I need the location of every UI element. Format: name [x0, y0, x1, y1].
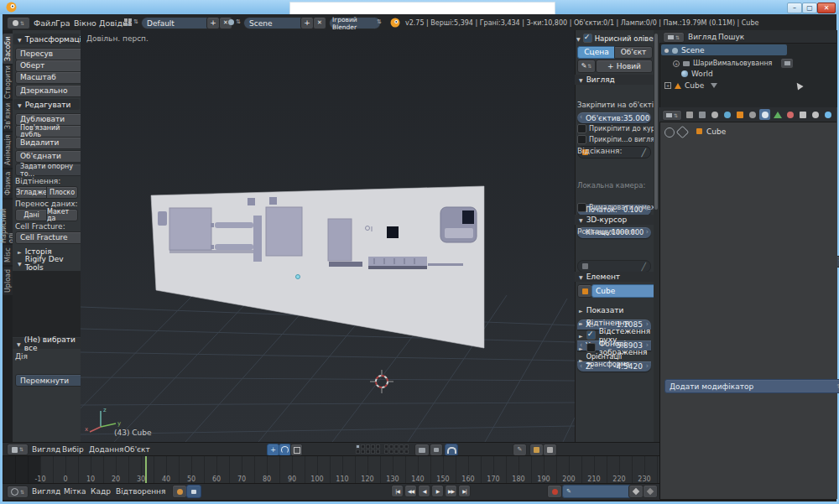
manipulator-translate-button[interactable]: + — [267, 444, 279, 456]
scene-browse-icon[interactable] — [228, 19, 234, 25]
render-opengl-button[interactable] — [529, 444, 544, 456]
lock-cursor-checkbox[interactable] — [577, 124, 586, 133]
layer-toggle[interactable] — [399, 449, 404, 454]
tab-physics-icon[interactable] — [822, 109, 833, 120]
tab-particles-icon[interactable] — [810, 109, 821, 120]
jump-end-button[interactable]: ▶| — [458, 485, 471, 497]
tab-scene-icon[interactable] — [709, 109, 720, 120]
eyedropper-icon[interactable]: ╱ — [642, 148, 646, 157]
frame-lock-button[interactable] — [186, 485, 201, 498]
tool-tab-upload[interactable]: Upload — [3, 267, 13, 295]
render-border-checkbox[interactable] — [577, 203, 586, 212]
translate-button[interactable]: Пересув — [15, 48, 86, 60]
layer-toggle[interactable] — [371, 444, 375, 449]
tool-tab-tools[interactable]: Засоби — [3, 34, 13, 64]
tab-data-icon[interactable] — [772, 109, 783, 120]
window-titlebar[interactable]: – ▢ ✕ — [0, 0, 839, 14]
add-scene-button[interactable]: + — [300, 17, 314, 29]
gp-tab-object[interactable]: Об'єкт — [614, 46, 653, 59]
scale-button[interactable]: Масштаб — [15, 71, 86, 84]
tool-tab-grease-pencil[interactable]: Нарисний олі — [3, 200, 13, 243]
tab-modifiers-icon[interactable] — [759, 109, 770, 120]
layer-toggle[interactable] — [376, 444, 380, 449]
tl-menu-frame[interactable]: Кадр — [91, 487, 111, 496]
tool-tab-physics[interactable]: Фізика — [3, 169, 13, 198]
n-panel-scrollbar[interactable] — [654, 34, 658, 210]
tab-material-icon[interactable] — [784, 109, 795, 120]
editor-type-button-properties[interactable]: ⇅ — [662, 110, 682, 121]
gp-tab-scene[interactable]: Сцена — [577, 46, 616, 59]
manipulator-scale-button[interactable] — [290, 444, 303, 456]
shade-smooth-button[interactable]: Згладже — [15, 186, 48, 199]
breadcrumb-target-icon[interactable] — [664, 127, 675, 138]
layer-toggle[interactable] — [399, 444, 404, 449]
tool-tab-animation[interactable]: Анімація — [3, 132, 13, 168]
panel-header-item[interactable]: Елемент — [575, 272, 654, 282]
viewport-3d[interactable] — [81, 30, 575, 442]
vp-menu-add[interactable]: Додання — [89, 445, 123, 454]
local-camera-field[interactable]: ╱ — [577, 260, 651, 273]
tab-render-icon[interactable] — [684, 109, 695, 120]
panel-header-view[interactable]: Вигляд — [575, 75, 654, 85]
panel-header-transform-orientations[interactable]: Орієнтації трансформа — [575, 355, 659, 366]
layer-toggle[interactable] — [356, 449, 360, 454]
layer-toggle[interactable] — [384, 444, 388, 449]
delete-button[interactable]: Видалити — [15, 137, 86, 149]
panel-header-3d-cursor[interactable]: 3D-курсор — [575, 215, 654, 225]
snap-toggle-button[interactable] — [445, 444, 458, 456]
timeline-ruler[interactable]: -100102030405060708090100110120130140150… — [3, 455, 659, 484]
duplicate-linked-button[interactable]: Пов'язаний дубль — [15, 125, 86, 138]
render-engine-select[interactable]: Ігровий Blender — [329, 17, 381, 29]
editor-type-button-timeline[interactable]: ⇅ — [7, 486, 29, 498]
insert-keyframe-button[interactable] — [628, 485, 644, 498]
vp-menu-select[interactable]: Вибір — [62, 445, 84, 454]
editor-type-button-outliner[interactable]: ⇅ — [663, 32, 685, 43]
lock-view-checkbox[interactable] — [577, 135, 586, 144]
layers-grid-1[interactable] — [356, 444, 380, 454]
rotate-button[interactable]: Оберт — [15, 60, 86, 72]
outliner-menu-search[interactable]: Пошук — [718, 33, 744, 41]
render-opengl-anim-button[interactable] — [543, 444, 557, 456]
layout-browse-arrows-icon[interactable]: ⇅ — [133, 18, 138, 25]
tab-constraints-icon[interactable] — [747, 109, 758, 120]
play-reverse-button[interactable]: ◀ — [418, 485, 430, 497]
lock-to-view-row[interactable]: Прикріпи...о вигляду — [577, 135, 663, 144]
snap-target-button[interactable]: ✎ — [513, 444, 527, 456]
tool-tab-misc[interactable]: Misc — [3, 245, 13, 265]
menu-game[interactable]: Гра — [55, 18, 70, 28]
layer-toggle[interactable] — [361, 449, 365, 454]
cell-fracture-button[interactable]: Cell Fracture — [15, 231, 86, 244]
close-button[interactable]: ✕ — [817, 3, 836, 13]
layer-toggle[interactable] — [389, 449, 393, 454]
editor-type-button-3dview[interactable]: ⇅ — [7, 444, 29, 455]
layers-grid-2[interactable] — [384, 444, 409, 454]
auto-keyframe-button[interactable] — [547, 485, 562, 498]
item-object-icon-button[interactable] — [577, 284, 592, 298]
item-name-field[interactable]: Cube — [591, 284, 659, 298]
lens-slider[interactable]: Об'єктив: 35.000 — [577, 112, 651, 123]
delete-scene-button[interactable]: ✕ — [313, 17, 326, 29]
gp-new-layer-button[interactable]: +Новий — [596, 60, 653, 73]
layer-toggle[interactable] — [394, 449, 399, 454]
menu-window[interactable]: Вікно — [74, 18, 96, 28]
mirror-button[interactable]: Дзеркально — [15, 85, 86, 97]
tool-tab-create[interactable]: Створити — [3, 65, 13, 99]
delete-keyframe-button[interactable] — [643, 485, 658, 498]
image-icon[interactable] — [784, 61, 790, 65]
outliner-menu-view[interactable]: Вигляд — [688, 33, 717, 41]
layer-toggle[interactable] — [389, 444, 393, 449]
maximize-button[interactable]: ▢ — [802, 3, 817, 13]
gp-draw-mode-button[interactable]: ✎⇅ — [577, 60, 596, 73]
render-border-row[interactable]: Вималювати у межах — [577, 203, 665, 212]
lock-to-cursor-row[interactable]: Прикріпити до курс... — [577, 124, 665, 133]
keying-set-field[interactable]: ✎ — [562, 485, 634, 498]
manipulator-rotate-button[interactable] — [279, 444, 291, 456]
layer-toggle[interactable] — [366, 449, 370, 454]
expander-dot-icon[interactable] — [664, 49, 669, 53]
minimize-button[interactable]: – — [787, 3, 802, 13]
panel-header-background-images[interactable]: Фонові зображення — [575, 342, 659, 353]
tool-tab-relations[interactable]: Зв'язки — [3, 101, 13, 131]
layer-toggle[interactable] — [356, 444, 360, 449]
prev-keyframe-button[interactable]: ◀◀ — [404, 485, 417, 497]
add-modifier-dropdown[interactable]: Додати модифікатор — [664, 379, 839, 393]
